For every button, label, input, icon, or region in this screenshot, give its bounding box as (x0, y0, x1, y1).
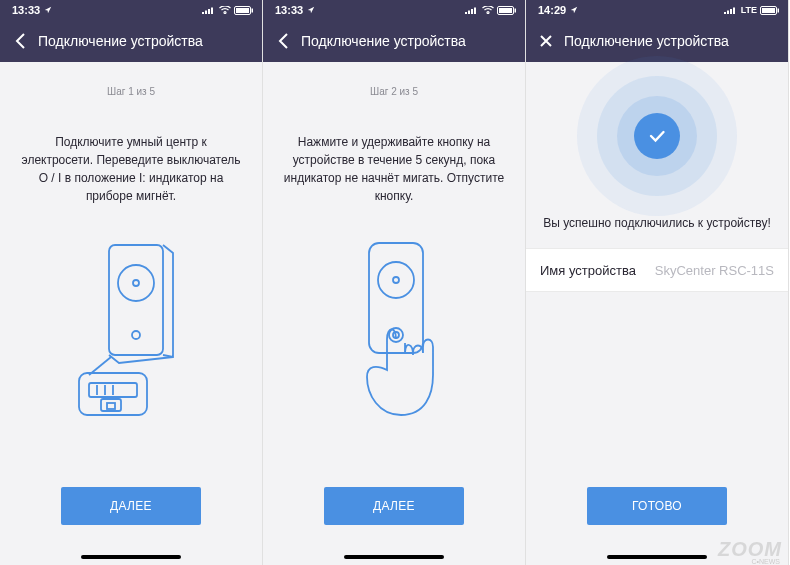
step-description: Подключите умный центр к электросети. Пе… (14, 133, 248, 205)
status-time: 13:33 (275, 4, 303, 16)
svg-rect-30 (724, 12, 726, 14)
status-bar: 14:29 LTE (526, 0, 788, 20)
device-name-label: Имя устройства (540, 263, 636, 278)
svg-rect-24 (499, 8, 512, 13)
network-label: LTE (741, 5, 757, 15)
svg-point-9 (133, 280, 139, 286)
svg-point-10 (132, 331, 140, 339)
wifi-icon (482, 6, 494, 14)
status-bar: 13:33 (263, 0, 525, 20)
next-button[interactable]: ДАЛЕЕ (61, 487, 201, 525)
wifi-icon (219, 6, 231, 14)
location-icon (307, 6, 315, 14)
svg-rect-31 (727, 11, 729, 15)
screen-step-2: 13:33 Подключение устройства Шаг 2 из 5 … (263, 0, 526, 565)
svg-rect-2 (208, 9, 210, 14)
svg-point-26 (378, 262, 414, 298)
svg-rect-32 (730, 9, 732, 14)
svg-rect-3 (211, 8, 213, 15)
close-icon[interactable] (536, 31, 556, 51)
svg-rect-20 (471, 9, 473, 14)
status-time: 13:33 (12, 4, 40, 16)
device-name-value: SkyCenter RSC-11S (655, 263, 774, 278)
device-name-field[interactable]: Имя устройства SkyCenter RSC-11S (526, 248, 788, 292)
back-icon[interactable] (273, 31, 293, 51)
svg-rect-6 (236, 8, 249, 13)
step-description: Нажмите и удерживайте кнопку на устройст… (277, 133, 511, 205)
screen-step-1: 13:33 Подключение устройства Шаг 1 из 5 … (0, 0, 263, 565)
svg-rect-1 (205, 11, 207, 15)
svg-point-8 (118, 265, 154, 301)
done-button[interactable]: ГОТОВО (587, 487, 727, 525)
home-indicator[interactable] (344, 555, 444, 559)
page-title: Подключение устройства (301, 33, 466, 49)
svg-rect-0 (202, 12, 204, 14)
svg-rect-35 (778, 8, 780, 12)
page-header: Подключение устройства (263, 20, 525, 62)
success-badge (567, 76, 747, 196)
svg-rect-19 (468, 11, 470, 15)
svg-rect-33 (733, 8, 735, 15)
location-icon (570, 6, 578, 14)
status-time: 14:29 (538, 4, 566, 16)
back-icon[interactable] (10, 31, 30, 51)
signal-icon (202, 6, 216, 14)
device-press-illustration (304, 235, 484, 435)
svg-point-27 (393, 277, 399, 283)
home-indicator[interactable] (607, 555, 707, 559)
page-header: Подключение устройства (0, 20, 262, 62)
watermark-sub: C•NEWS (751, 558, 780, 565)
signal-icon (465, 6, 479, 14)
device-illustration (41, 235, 221, 435)
page-title: Подключение устройства (38, 33, 203, 49)
svg-rect-5 (252, 8, 254, 12)
checkmark-icon (646, 125, 668, 147)
svg-rect-36 (762, 8, 775, 13)
signal-icon (724, 6, 738, 14)
success-area: Вы успешно подключились к устройству! Им… (526, 62, 788, 292)
next-button[interactable]: ДАЛЕЕ (324, 487, 464, 525)
battery-icon (234, 6, 254, 15)
svg-rect-23 (515, 8, 517, 12)
step-indicator: Шаг 2 из 5 (370, 86, 418, 97)
svg-rect-18 (465, 12, 467, 14)
battery-icon (497, 6, 517, 15)
page-title: Подключение устройства (564, 33, 729, 49)
location-icon (44, 6, 52, 14)
svg-rect-17 (107, 403, 115, 409)
home-indicator[interactable] (81, 555, 181, 559)
success-message: Вы успешно подключились к устройству! (543, 216, 770, 230)
status-bar: 13:33 (0, 0, 262, 20)
screen-success: 14:29 LTE Подключение устройства (526, 0, 789, 565)
step-indicator: Шаг 1 из 5 (107, 86, 155, 97)
svg-rect-21 (474, 8, 476, 15)
battery-icon (760, 6, 780, 15)
